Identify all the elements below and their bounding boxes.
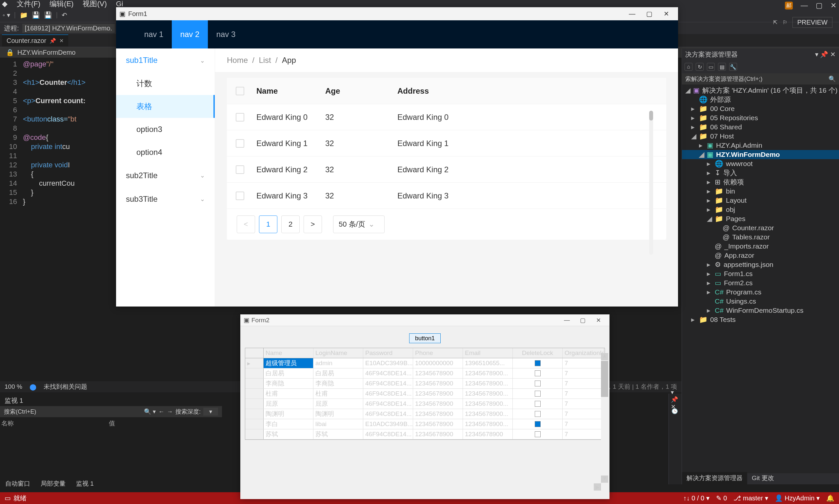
- timeline-panel[interactable]: ▾ 📌 ✕ 🕓: [668, 394, 682, 484]
- grid-cell-login[interactable]: libai: [313, 419, 363, 429]
- node-form1[interactable]: Form1.cs: [724, 270, 753, 278]
- node-layout[interactable]: Layout: [726, 197, 747, 204]
- node-shared[interactable]: 06 Shared: [710, 123, 742, 131]
- page-next-button[interactable]: >: [304, 215, 322, 233]
- table-row[interactable]: Edward King 0 32 Edward King 0: [227, 104, 666, 130]
- solution-node[interactable]: 解决方案 'HZY.Admin' (16 个项目，共 16 个): [702, 86, 838, 95]
- liveshare-icon[interactable]: ⇱: [773, 19, 777, 25]
- form2-maximize-icon[interactable]: ▢: [575, 316, 590, 325]
- git-sync-count[interactable]: 0 / 0: [691, 494, 704, 502]
- node-program[interactable]: Program.cs: [726, 288, 761, 296]
- grid-cell-deletelock[interactable]: [513, 419, 563, 429]
- grid-cell-name[interactable]: 杜甫: [263, 389, 313, 399]
- grid-cell-orgid[interactable]: 7: [563, 358, 604, 368]
- table-scrollbar[interactable]: [649, 111, 653, 255]
- data-grid[interactable]: Name LoginName Password Phone Email Dele…: [245, 348, 605, 440]
- solution-explorer[interactable]: 决方案资源管理器 ▾ 📌 ✕ ⌂ ↻ ▭ ▤ 🔧 索解决方案资源管理器(Ctrl…: [682, 49, 839, 484]
- form1-window[interactable]: ▣ Form1 ― ▢ ✕ nav 1 nav 2 nav 3 sub1Titl…: [116, 7, 678, 307]
- sync-icon[interactable]: ↻: [696, 63, 704, 71]
- grid-cell-orgid[interactable]: 7: [563, 389, 604, 399]
- row-checkbox[interactable]: [236, 113, 244, 122]
- save-icon[interactable]: 💾: [32, 11, 40, 19]
- grid-cell-orgid[interactable]: 7: [563, 399, 604, 409]
- form2-window[interactable]: ▣ Form2 ― ▢ ✕ button1 Name LoginName Pas…: [240, 314, 610, 499]
- node-obj[interactable]: obj: [726, 206, 735, 214]
- node-apiadmin[interactable]: HZY.Api.Admin: [716, 142, 762, 149]
- row-checkbox[interactable]: [236, 192, 244, 200]
- col-age[interactable]: Age: [325, 87, 397, 96]
- side-sub3[interactable]: sub3Title ⌄: [116, 187, 215, 211]
- node-core[interactable]: 00 Core: [710, 105, 735, 113]
- grid-cell-name[interactable]: 陶渊明: [263, 409, 313, 419]
- breadcrumb[interactable]: Home / List / App: [215, 49, 678, 72]
- grid-row[interactable]: 屈原 屈原 46F94C8DE14... 12345678900 1234567…: [245, 399, 604, 409]
- form1-close-icon[interactable]: ✕: [658, 8, 675, 19]
- zoom-level[interactable]: 100 %: [5, 383, 22, 390]
- grid-row-header[interactable]: [245, 429, 263, 439]
- grid-corner[interactable]: [245, 348, 263, 358]
- node-external[interactable]: 外部源: [710, 95, 731, 104]
- props-icon[interactable]: 🔧: [729, 63, 737, 71]
- feedback-icon[interactable]: ⚐: [783, 19, 787, 25]
- grid-cell-orgid[interactable]: 7: [563, 409, 604, 419]
- grid-row[interactable]: 苏轼 苏轼 46F94C8DE14... 12345678900 1234567…: [245, 429, 604, 439]
- grid-scroll-x[interactable]: ▶: [245, 483, 601, 490]
- node-imports-razor[interactable]: _Imports.razor: [724, 242, 769, 250]
- grid-cell-login[interactable]: admin: [313, 358, 363, 368]
- page-prev-button[interactable]: <: [237, 215, 255, 233]
- grid-cell-deletelock[interactable]: [513, 409, 563, 419]
- grid-cell-login[interactable]: 白居易: [313, 368, 363, 378]
- tab-autos[interactable]: 自动窗口: [0, 478, 35, 490]
- grid-row[interactable]: 杜甫 杜甫 46F94C8DE14... 12345678900 1234567…: [245, 389, 604, 399]
- grid-cell-login[interactable]: 屈原: [313, 399, 363, 409]
- grid-cell-password[interactable]: 46F94C8DE14...: [363, 379, 413, 389]
- node-deps[interactable]: 依赖项: [723, 178, 744, 187]
- grid-cell-password[interactable]: E10ADC3949B...: [363, 358, 413, 368]
- form1-maximize-icon[interactable]: ▢: [641, 8, 658, 19]
- git-user[interactable]: HzyAdmin: [785, 494, 815, 502]
- editor-tab-counter[interactable]: Counter.razor 📌 ✕: [2, 34, 68, 47]
- page-1-button[interactable]: 1: [259, 215, 277, 233]
- grid-cell-phone[interactable]: 12345678900: [413, 368, 463, 378]
- grid-cell-phone[interactable]: 12345678900: [413, 429, 463, 439]
- grid-cell-password[interactable]: E10ADC3949B...: [363, 419, 413, 429]
- vs-main-menu[interactable]: ◆ 文件(F) 编辑(E) 视图(V) Gi: [0, 0, 839, 8]
- grid-scroll-y[interactable]: ▲ ▼: [601, 353, 608, 483]
- menu-edit[interactable]: 编辑(E): [50, 0, 73, 9]
- filter-icon[interactable]: ▤: [718, 63, 726, 71]
- nav-tab-2[interactable]: nav 2: [172, 20, 208, 49]
- grid-cell-phone[interactable]: 12345678900: [413, 409, 463, 419]
- grid-col-login[interactable]: LoginName: [313, 348, 363, 358]
- form1-minimize-icon[interactable]: ―: [623, 8, 641, 19]
- tab-git-changes[interactable]: Git 更改: [747, 472, 779, 484]
- saveall-icon[interactable]: 💾: [44, 11, 52, 19]
- page-2-button[interactable]: 2: [281, 215, 299, 233]
- window-maximize-icon[interactable]: ▢: [816, 1, 823, 10]
- account-avatar[interactable]: 郝: [785, 2, 793, 10]
- side-option-1[interactable]: 计数: [116, 72, 215, 95]
- menu-view[interactable]: 视图(V): [83, 0, 106, 9]
- side-option-2[interactable]: 表格: [116, 95, 215, 118]
- page-size-select[interactable]: 50 条/页 ⌄: [333, 215, 384, 233]
- grid-row-header[interactable]: [245, 368, 263, 378]
- node-bin[interactable]: bin: [726, 187, 735, 195]
- git-changes-count[interactable]: 0: [723, 494, 727, 502]
- pin-icon[interactable]: 📌: [50, 38, 56, 44]
- form2-titlebar[interactable]: ▣ Form2 ― ▢ ✕: [240, 314, 610, 326]
- undo-icon[interactable]: ↶: [62, 11, 67, 19]
- grid-cell-name[interactable]: 屈原: [263, 399, 313, 409]
- grid-cell-email[interactable]: 12345678900...: [463, 399, 513, 409]
- crumb-home[interactable]: Home: [227, 56, 248, 65]
- preview-button[interactable]: PREVIEW: [792, 17, 833, 28]
- node-app-razor[interactable]: App.razor: [724, 252, 754, 259]
- data-table[interactable]: Name Age Address Edward King 0 32 Edward…: [227, 78, 666, 209]
- grid-cell-phone[interactable]: 12345678900: [413, 389, 463, 399]
- grid-cell-orgid[interactable]: 7: [563, 379, 604, 389]
- node-startup[interactable]: WinFormDemoStartup.cs: [726, 307, 804, 314]
- side-sub1[interactable]: sub1Title ⌃: [116, 49, 215, 72]
- grid-cell-email[interactable]: 12345678900...: [463, 368, 513, 378]
- grid-row-header[interactable]: [245, 379, 263, 389]
- grid-cell-password[interactable]: 46F94C8DE14...: [363, 409, 413, 419]
- node-usings[interactable]: Usings.cs: [726, 298, 756, 305]
- side-option-4[interactable]: option4: [116, 141, 215, 164]
